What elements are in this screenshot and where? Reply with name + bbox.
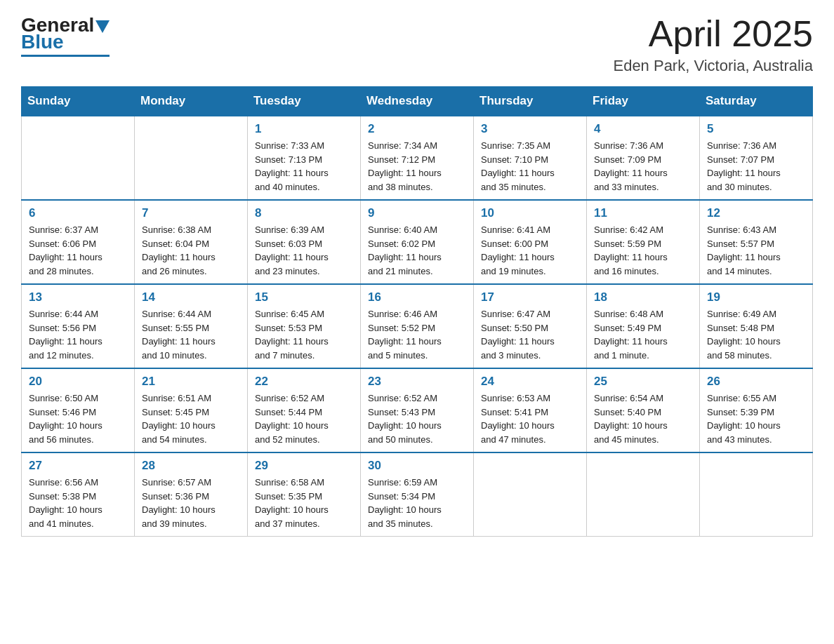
day-info: Sunrise: 6:50 AMSunset: 5:46 PMDaylight:… [29, 391, 127, 446]
logo-underline [21, 55, 110, 57]
calendar-day-cell: 14Sunrise: 6:44 AMSunset: 5:55 PMDayligh… [135, 284, 248, 368]
calendar-day-cell: 17Sunrise: 6:47 AMSunset: 5:50 PMDayligh… [474, 284, 587, 368]
calendar-day-cell: 23Sunrise: 6:52 AMSunset: 5:43 PMDayligh… [361, 368, 474, 452]
day-number: 3 [481, 122, 579, 136]
page-header: General Blue April 2025 Eden Park, Victo… [21, 14, 813, 75]
day-number: 11 [594, 206, 692, 220]
day-info: Sunrise: 6:38 AMSunset: 6:04 PMDaylight:… [142, 223, 240, 278]
calendar-day-cell: 5Sunrise: 7:36 AMSunset: 7:07 PMDaylight… [700, 116, 813, 200]
day-number: 25 [594, 375, 692, 389]
day-info: Sunrise: 6:56 AMSunset: 5:38 PMDaylight:… [29, 476, 127, 530]
day-info: Sunrise: 6:44 AMSunset: 5:55 PMDaylight:… [142, 307, 240, 362]
day-number: 26 [707, 375, 805, 389]
calendar-header-row: SundayMondayTuesdayWednesdayThursdayFrid… [22, 87, 813, 116]
day-number: 18 [594, 290, 692, 304]
day-number: 19 [707, 290, 805, 304]
calendar-day-cell: 2Sunrise: 7:34 AMSunset: 7:12 PMDaylight… [361, 116, 474, 200]
calendar-day-cell: 19Sunrise: 6:49 AMSunset: 5:48 PMDayligh… [700, 284, 813, 368]
day-info: Sunrise: 7:36 AMSunset: 7:09 PMDaylight:… [594, 139, 692, 194]
day-of-week-header: Sunday [22, 87, 135, 116]
day-number: 4 [594, 122, 692, 136]
calendar-day-cell: 22Sunrise: 6:52 AMSunset: 5:44 PMDayligh… [248, 368, 361, 452]
day-info: Sunrise: 6:48 AMSunset: 5:49 PMDaylight:… [594, 307, 692, 362]
location-title: Eden Park, Victoria, Australia [613, 57, 813, 75]
calendar-day-cell: 13Sunrise: 6:44 AMSunset: 5:56 PMDayligh… [22, 284, 135, 368]
calendar-day-cell: 7Sunrise: 6:38 AMSunset: 6:04 PMDaylight… [135, 200, 248, 284]
day-info: Sunrise: 6:54 AMSunset: 5:40 PMDaylight:… [594, 391, 692, 446]
day-number: 10 [481, 206, 579, 220]
calendar-day-cell: 8Sunrise: 6:39 AMSunset: 6:03 PMDaylight… [248, 200, 361, 284]
empty-cell [587, 452, 700, 537]
empty-cell [474, 452, 587, 537]
day-number: 20 [29, 375, 127, 389]
day-info: Sunrise: 6:47 AMSunset: 5:50 PMDaylight:… [481, 307, 579, 362]
calendar-day-cell: 24Sunrise: 6:53 AMSunset: 5:41 PMDayligh… [474, 368, 587, 452]
day-of-week-header: Monday [135, 87, 248, 116]
day-number: 15 [255, 290, 353, 304]
empty-cell [22, 116, 135, 200]
empty-cell [700, 452, 813, 537]
calendar-day-cell: 11Sunrise: 6:42 AMSunset: 5:59 PMDayligh… [587, 200, 700, 284]
day-number: 7 [142, 206, 240, 220]
day-number: 24 [481, 375, 579, 389]
day-of-week-header: Tuesday [248, 87, 361, 116]
day-number: 9 [368, 206, 466, 220]
day-number: 22 [255, 375, 353, 389]
calendar-day-cell: 30Sunrise: 6:59 AMSunset: 5:34 PMDayligh… [361, 452, 474, 537]
day-info: Sunrise: 7:36 AMSunset: 7:07 PMDaylight:… [707, 139, 805, 194]
calendar-day-cell: 16Sunrise: 6:46 AMSunset: 5:52 PMDayligh… [361, 284, 474, 368]
calendar-day-cell: 12Sunrise: 6:43 AMSunset: 5:57 PMDayligh… [700, 200, 813, 284]
day-info: Sunrise: 6:40 AMSunset: 6:02 PMDaylight:… [368, 223, 466, 278]
calendar-day-cell: 28Sunrise: 6:57 AMSunset: 5:36 PMDayligh… [135, 452, 248, 537]
calendar-day-cell: 18Sunrise: 6:48 AMSunset: 5:49 PMDayligh… [587, 284, 700, 368]
logo-triangle-icon [95, 20, 110, 33]
empty-cell [135, 116, 248, 200]
day-number: 12 [707, 206, 805, 220]
day-info: Sunrise: 7:35 AMSunset: 7:10 PMDaylight:… [481, 139, 579, 194]
calendar-day-cell: 4Sunrise: 7:36 AMSunset: 7:09 PMDaylight… [587, 116, 700, 200]
day-number: 13 [29, 290, 127, 304]
month-title: April 2025 [613, 14, 813, 54]
day-info: Sunrise: 6:39 AMSunset: 6:03 PMDaylight:… [255, 223, 353, 278]
day-number: 29 [255, 459, 353, 473]
week-row: 27Sunrise: 6:56 AMSunset: 5:38 PMDayligh… [22, 452, 813, 537]
day-info: Sunrise: 6:42 AMSunset: 5:59 PMDaylight:… [594, 223, 692, 278]
calendar-day-cell: 6Sunrise: 6:37 AMSunset: 6:06 PMDaylight… [22, 200, 135, 284]
day-of-week-header: Saturday [700, 87, 813, 116]
day-number: 27 [29, 459, 127, 473]
calendar-day-cell: 15Sunrise: 6:45 AMSunset: 5:53 PMDayligh… [248, 284, 361, 368]
title-block: April 2025 Eden Park, Victoria, Australi… [613, 14, 813, 75]
calendar-day-cell: 29Sunrise: 6:58 AMSunset: 5:35 PMDayligh… [248, 452, 361, 537]
logo-blue-text: Blue [21, 31, 64, 53]
day-number: 28 [142, 459, 240, 473]
logo: General Blue [21, 14, 110, 57]
calendar-day-cell: 21Sunrise: 6:51 AMSunset: 5:45 PMDayligh… [135, 368, 248, 452]
day-info: Sunrise: 6:58 AMSunset: 5:35 PMDaylight:… [255, 476, 353, 530]
calendar-day-cell: 10Sunrise: 6:41 AMSunset: 6:00 PMDayligh… [474, 200, 587, 284]
day-number: 5 [707, 122, 805, 136]
day-number: 30 [368, 459, 466, 473]
day-info: Sunrise: 6:49 AMSunset: 5:48 PMDaylight:… [707, 307, 805, 362]
day-info: Sunrise: 6:51 AMSunset: 5:45 PMDaylight:… [142, 391, 240, 446]
day-number: 8 [255, 206, 353, 220]
day-info: Sunrise: 6:43 AMSunset: 5:57 PMDaylight:… [707, 223, 805, 278]
calendar-day-cell: 3Sunrise: 7:35 AMSunset: 7:10 PMDaylight… [474, 116, 587, 200]
day-number: 21 [142, 375, 240, 389]
day-info: Sunrise: 6:53 AMSunset: 5:41 PMDaylight:… [481, 391, 579, 446]
day-number: 2 [368, 122, 466, 136]
day-number: 14 [142, 290, 240, 304]
day-number: 6 [29, 206, 127, 220]
calendar-day-cell: 27Sunrise: 6:56 AMSunset: 5:38 PMDayligh… [22, 452, 135, 537]
calendar-day-cell: 26Sunrise: 6:55 AMSunset: 5:39 PMDayligh… [700, 368, 813, 452]
day-of-week-header: Friday [587, 87, 700, 116]
week-row: 13Sunrise: 6:44 AMSunset: 5:56 PMDayligh… [22, 284, 813, 368]
day-info: Sunrise: 6:59 AMSunset: 5:34 PMDaylight:… [368, 476, 466, 530]
day-number: 1 [255, 122, 353, 136]
day-number: 23 [368, 375, 466, 389]
day-info: Sunrise: 7:33 AMSunset: 7:13 PMDaylight:… [255, 139, 353, 194]
calendar-day-cell: 25Sunrise: 6:54 AMSunset: 5:40 PMDayligh… [587, 368, 700, 452]
day-of-week-header: Wednesday [361, 87, 474, 116]
day-info: Sunrise: 6:41 AMSunset: 6:00 PMDaylight:… [481, 223, 579, 278]
day-info: Sunrise: 6:52 AMSunset: 5:44 PMDaylight:… [255, 391, 353, 446]
week-row: 6Sunrise: 6:37 AMSunset: 6:06 PMDaylight… [22, 200, 813, 284]
